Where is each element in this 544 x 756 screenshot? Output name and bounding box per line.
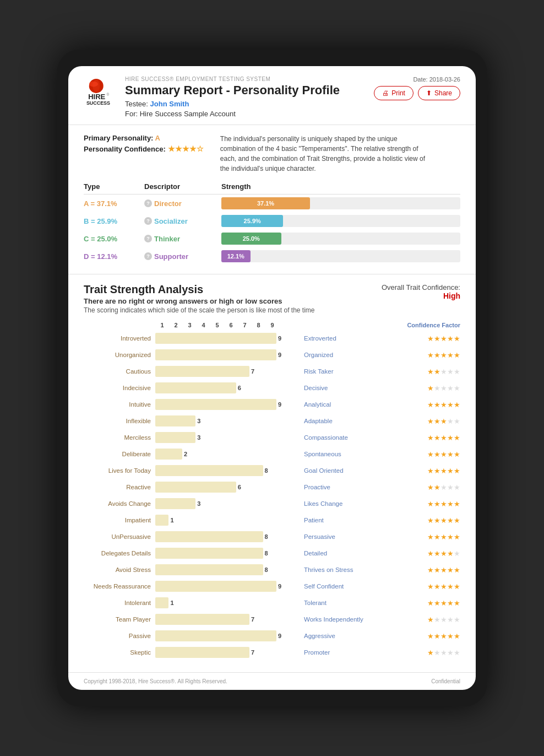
confidence-factor-header: Confidence Factor (304, 322, 460, 328)
print-button[interactable]: 🖨 Print (374, 86, 414, 100)
trait-left-label: Avoid Stress (84, 566, 155, 573)
trait-bar (155, 349, 276, 360)
trait-right-label: Works Independently (304, 616, 363, 623)
trait-right-row: Organized★★★★★ (304, 347, 460, 363)
trait-bar (155, 614, 249, 625)
trait-confidence-stars: ★★★★★ (427, 450, 460, 458)
strength-bar-container: 25.9% (221, 215, 460, 227)
trait-confidence-stars: ★★★★★ (427, 599, 460, 607)
trait-bar-value: 9 (278, 335, 281, 342)
trait-left-row: Intolerant1 (84, 595, 293, 611)
trait-left-row: Needs Reassurance9 (84, 579, 293, 594)
trait-bar-value: 8 (265, 550, 268, 557)
trait-right-label: Self Confident (304, 583, 344, 590)
trait-bar (155, 333, 276, 344)
trait-bar (155, 399, 276, 410)
scale-number: 8 (252, 322, 265, 328)
trait-left-label: Deliberate (84, 451, 155, 457)
trait-bar-area: 9 (155, 630, 282, 641)
type-table-row: B = 25.9% ? Socializer 25.9% (84, 212, 460, 230)
print-icon: 🖨 (382, 89, 389, 97)
trait-bar-area: 9 (155, 349, 282, 360)
trait-right-label: Decisive (304, 385, 328, 391)
scale-number: 2 (169, 322, 183, 328)
trait-bar (155, 449, 182, 460)
type-label: D = 12.1% (84, 252, 144, 261)
col-type: Type (84, 182, 144, 191)
trait-left-label: Unorganized (84, 352, 155, 358)
footer: Copyright 1998-2018, Hire Success®. All … (68, 672, 476, 690)
trait-right-row: Aggressive★★★★★ (304, 628, 460, 644)
share-button[interactable]: ⬆ Share (418, 86, 460, 100)
trait-confidence-stars: ★★★★★ (427, 351, 460, 359)
strength-bar: 12.1% (221, 250, 251, 262)
trait-subtitle: There are no right or wrong answers or h… (84, 297, 315, 305)
scale-number: 5 (210, 322, 224, 328)
info-icon: ? (144, 252, 152, 260)
trait-bar (155, 531, 263, 542)
trait-bar (155, 465, 263, 476)
confidence-stars: ★★★★☆ (168, 144, 204, 153)
share-label: Share (434, 89, 452, 97)
trait-bar-value: 9 (278, 401, 281, 408)
chart-right: Confidence Factor Extroverted★★★★★Organi… (293, 322, 460, 661)
for-line: For: Hire Success Sample Account (125, 110, 374, 118)
trait-left-row: Skeptic7 (84, 645, 293, 660)
trait-bar-area: 2 (155, 449, 282, 460)
overall-confidence: Overall Trait Confidence: High (382, 283, 460, 300)
type-table-row: C = 25.0% ? Thinker 25.0% (84, 230, 460, 247)
trait-left-row: Avoids Change3 (84, 496, 293, 511)
trait-bar-value: 3 (197, 434, 200, 441)
copyright: Copyright 1998-2018, Hire Success®. All … (84, 678, 227, 684)
trait-left-label: Cautious (84, 368, 155, 375)
trait-bar-value: 9 (278, 352, 281, 358)
trait-bar-value: 6 (238, 385, 241, 391)
trait-left-label: Merciless (84, 434, 155, 441)
trait-left-label: Intolerant (84, 600, 155, 606)
trait-left-label: Impatient (84, 517, 155, 523)
trait-right-row: Works Independently★★★★★ (304, 612, 460, 627)
trait-left-label: Inflexible (84, 418, 155, 424)
primary-label: Primary Personality: (84, 134, 153, 142)
trait-bar (155, 498, 195, 509)
scale-header: 123456789 (155, 322, 293, 328)
trait-right-label: Aggressive (304, 633, 335, 639)
logo-area: HIRE SUCCESS ® (84, 76, 119, 112)
trait-left-row: Lives for Today8 (84, 463, 293, 478)
trait-bar-value: 7 (251, 616, 254, 623)
trait-bar-area: 3 (155, 415, 282, 426)
trait-bar (155, 515, 168, 526)
strength-bar: 25.0% (221, 233, 281, 245)
info-icon: ? (144, 199, 152, 207)
trait-rows-left: Introverted9Unorganized9Cautious7Indecis… (84, 331, 293, 660)
trait-left-row: Passive9 (84, 628, 293, 644)
strength-bar: 37.1% (221, 197, 310, 209)
trait-confidence-stars: ★★★★★ (427, 334, 460, 343)
trait-left-label: Reactive (84, 484, 155, 490)
trait-left-label: Team Player (84, 616, 155, 623)
svg-text:®: ® (106, 93, 109, 96)
descriptor: ? Socializer (144, 217, 221, 225)
trait-bar-area: 9 (155, 581, 282, 592)
trait-confidence-stars: ★★★★★ (427, 615, 460, 624)
trait-right-row: Proactive★★★★★ (304, 479, 460, 495)
trait-left-label: Intuitive (84, 401, 155, 408)
svg-text:HIRE: HIRE (88, 93, 105, 101)
trait-right-row: Goal Oriented★★★★★ (304, 463, 460, 478)
trait-confidence-stars: ★★★★★ (427, 632, 460, 640)
overall-confidence-value: High (443, 291, 460, 300)
trait-bar-value: 1 (170, 600, 173, 606)
trait-bar (155, 647, 249, 658)
trait-right-row: Extroverted★★★★★ (304, 331, 460, 346)
trait-bar-area: 8 (155, 465, 282, 476)
trait-left-row: Cautious7 (84, 364, 293, 379)
trait-right-row: Analytical★★★★★ (304, 397, 460, 412)
trait-right-row: Adaptable★★★★★ (304, 413, 460, 429)
trait-right-row: Promoter★★★★★ (304, 645, 460, 660)
trait-bar (155, 548, 263, 559)
trait-bar (155, 382, 236, 393)
trait-confidence-stars: ★★★★★ (427, 566, 460, 574)
trait-confidence-stars: ★★★★★ (427, 500, 460, 508)
strength-bar: 25.9% (221, 215, 283, 227)
date-label: Date: 2018-03-26 (413, 76, 460, 83)
